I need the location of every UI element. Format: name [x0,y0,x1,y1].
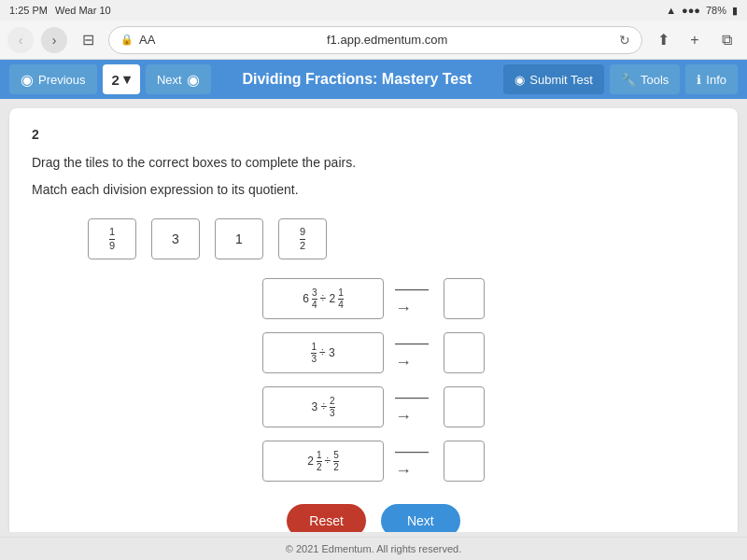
expression-box-1: 6 34 ÷ 2 14 [262,278,384,319]
main-content: 2 Drag the tiles to the correct boxes to… [0,99,747,532]
expression-box-2: 13 ÷ 3 [262,332,384,373]
action-buttons: Reset Next [32,504,715,532]
bookmark-icon[interactable]: ⊟ [75,27,101,53]
url-text: f1.app.edmentum.com [161,33,613,47]
drop-box-3[interactable] [444,386,485,427]
arrow-2: ——→ [395,333,432,372]
expression-box-3: 3 ÷ 23 [262,386,384,427]
battery-icon: ▮ [732,5,738,17]
question-card: 2 Drag the tiles to the correct boxes to… [9,108,738,532]
arrow-4: ——→ [395,441,432,481]
add-tab-icon[interactable]: + [682,27,708,53]
tile-1[interactable]: 1 [215,218,263,259]
footer: © 2021 Edmentum. All rights reserved. [0,537,747,560]
match-area: 6 34 ÷ 2 14 ——→ 13 ÷ 3 ——→ [32,278,715,482]
match-row-1: 6 34 ÷ 2 14 ——→ [262,278,485,319]
next-arrow-icon: ◉ [187,71,200,89]
browser-forward-button[interactable]: › [41,27,67,53]
share-icon[interactable]: ⬆ [650,27,676,53]
tile-1-9[interactable]: 1 9 [88,218,136,259]
page-title: Dividing Fractions: Mastery Test [211,71,504,88]
info-icon: ℹ [697,73,701,87]
match-row-2: 13 ÷ 3 ——→ [262,332,485,373]
arrow-1: ——→ [395,279,432,318]
match-row-4: 2 12 ÷ 52 ——→ [262,441,485,482]
wrench-icon: 🔧 [621,73,636,87]
match-row-3: 3 ÷ 23 ——→ [262,386,485,427]
info-button[interactable]: ℹ Info [685,64,738,94]
question-number-selector[interactable]: 2 ▾ [103,64,140,94]
question-number: 2 [32,127,715,142]
browser-back-button[interactable]: ‹ [7,27,34,53]
dropdown-arrow-icon: ▾ [123,71,131,88]
check-icon: ◉ [514,73,525,87]
drop-box-4[interactable] [444,441,485,482]
aa-label: AA [139,33,155,47]
tabs-icon[interactable]: ⧉ [713,27,740,53]
drop-box-2[interactable] [444,332,485,373]
battery-display: 78% [706,5,726,16]
drop-box-1[interactable] [444,278,485,319]
refresh-icon[interactable]: ↻ [619,33,630,48]
next-button[interactable]: Next ◉ [146,64,211,94]
submit-test-button[interactable]: ◉ Submit Test [503,64,604,94]
tiles-row: 1 9 3 1 9 2 [88,218,715,259]
copyright-text: © 2021 Edmentum. All rights reserved. [286,543,461,554]
url-bar[interactable]: 🔒 AA f1.app.edmentum.com ↻ [108,26,642,54]
wifi-icon: ▲ [666,5,676,16]
previous-button[interactable]: ◉ Previous [9,64,97,94]
arrow-3: ——→ [395,387,432,427]
prev-arrow-icon: ◉ [21,71,34,89]
app-nav-bar: ◉ Previous 2 ▾ Next ◉ Dividing Fractions… [0,60,747,99]
lock-icon: 🔒 [120,34,134,46]
tile-3[interactable]: 3 [151,218,200,259]
status-bar: 1:25 PM Wed Mar 10 ▲ ●●● 78% ▮ [0,0,747,21]
instruction-text-2: Match each division expression to its qu… [32,180,715,200]
wifi-indicator: ●●● [682,5,700,16]
time-display: 1:25 PM [9,5,48,16]
browser-bar: ‹ › ⊟ 🔒 AA f1.app.edmentum.com ↻ ⬆ + ⧉ [0,21,747,60]
tile-9-2[interactable]: 9 2 [278,218,327,259]
date-display: Wed Mar 10 [55,5,111,16]
expression-box-4: 2 12 ÷ 52 [262,441,384,482]
reset-button[interactable]: Reset [287,504,366,532]
instruction-text-1: Drag the tiles to the correct boxes to c… [32,153,715,173]
tools-button[interactable]: 🔧 Tools [610,64,680,94]
next-answer-button[interactable]: Next [381,504,460,532]
